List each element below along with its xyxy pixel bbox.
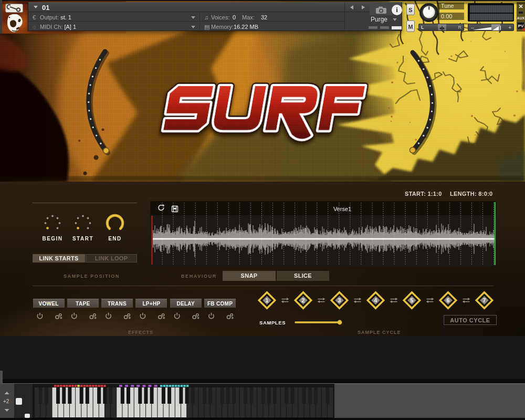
svg-text:1: 1 xyxy=(266,297,269,303)
svg-text:3: 3 xyxy=(338,297,341,303)
svg-text:4: 4 xyxy=(374,297,377,303)
svg-text:6: 6 xyxy=(447,297,450,303)
svg-text:+2: +2 xyxy=(3,398,9,404)
svg-text:Verse1: Verse1 xyxy=(333,206,351,212)
svg-text:5: 5 xyxy=(411,297,414,303)
svg-text:2: 2 xyxy=(302,297,305,303)
svg-text:7: 7 xyxy=(483,297,486,303)
